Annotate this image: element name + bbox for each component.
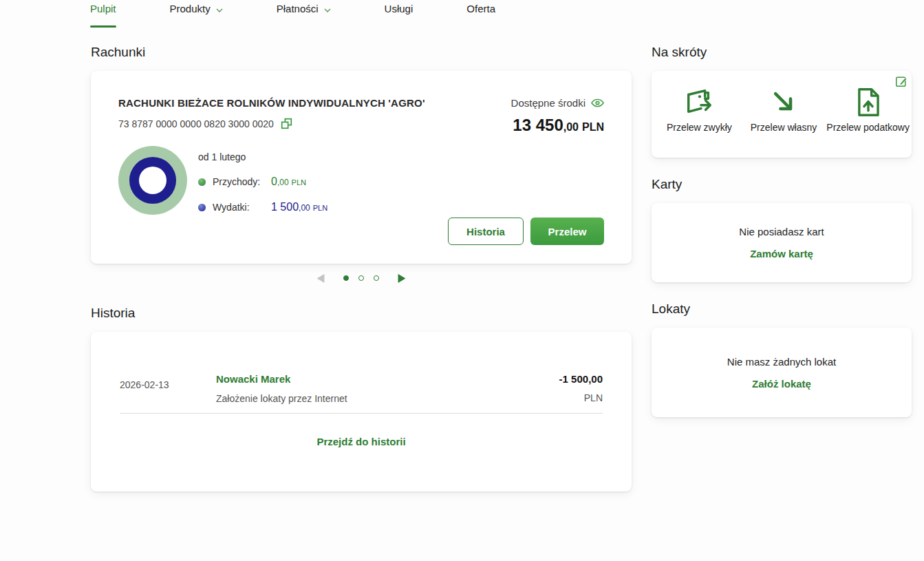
income-value: 0,00PLN [271, 176, 306, 188]
nav-item-uslugi[interactable]: Usługi [385, 3, 413, 28]
available-funds-label: Dostępne środki [511, 97, 585, 109]
nav-label: Pulpit [90, 3, 116, 14]
nav-item-pulpit[interactable]: Pulpit [90, 3, 116, 28]
transaction-title: Założenie lokaty przez Internet [216, 393, 559, 404]
carousel-next-icon[interactable] [398, 274, 406, 283]
transaction-date: 2026-02-13 [120, 373, 216, 404]
nav-item-oferta[interactable]: Oferta [466, 3, 495, 28]
copy-icon[interactable] [281, 118, 292, 129]
expenses-value: 1 500,00PLN [271, 201, 327, 213]
nav-label: Oferta [466, 3, 495, 14]
deposits-card: Nie masz żadnych lokat Załóż lokatę [652, 328, 912, 417]
arrow-down-right-icon [770, 86, 797, 118]
divider [120, 413, 603, 414]
transfer-button[interactable]: Przelew [530, 218, 604, 245]
account-number: 73 8787 0000 0000 0820 3000 0020 [118, 118, 274, 129]
history-card: 2026-02-13 Nowacki Marek Założenie lokat… [91, 332, 632, 491]
account-balance: 13 450,00PLN [511, 116, 604, 135]
eye-icon[interactable] [591, 98, 604, 107]
nav-label: Produkty [170, 3, 211, 14]
nav-item-produkty[interactable]: Produkty [170, 3, 223, 28]
carousel-dot-3[interactable] [374, 275, 379, 281]
nav-label: Płatności [277, 3, 319, 14]
shortcut-label: Przelew zwykły [667, 122, 732, 133]
account-name: RACHUNKI BIEŻACE ROLNIKÓW INDYWIDUALNYCH… [118, 97, 425, 109]
income-bullet [198, 178, 206, 186]
shortcuts-card: Przelew zwykły Przelew własny [652, 71, 912, 158]
chevron-down-icon [216, 3, 223, 14]
edit-shortcuts-icon[interactable] [895, 75, 907, 87]
history-section-title: Historia [91, 306, 632, 321]
cards-empty-text: Nie posiadasz kart [739, 226, 824, 237]
history-button[interactable]: Historia [448, 218, 524, 245]
go-to-history-link[interactable]: Przejdź do historii [120, 436, 603, 447]
accounts-carousel [91, 273, 632, 284]
carousel-dot-2[interactable] [358, 275, 364, 281]
shortcut-przelew-zwykly[interactable]: Przelew zwykły [657, 86, 742, 133]
active-tab-underline [90, 25, 116, 28]
nav-label: Usługi [385, 3, 413, 14]
shortcut-label: Przelew podatkowy [826, 122, 910, 133]
shortcut-przelew-wlasny[interactable]: Przelew własny [742, 86, 826, 133]
shortcut-label: Przelew własny [751, 122, 817, 133]
main-nav: Pulpit Produkty Płatności Usługi Oferta [0, 0, 924, 28]
deposits-section-title: Lokaty [652, 301, 912, 317]
income-expense-donut-chart [118, 146, 187, 215]
carousel-prev-icon[interactable] [316, 274, 325, 283]
accounts-section-title: Rachunki [91, 45, 632, 60]
account-card: RACHUNKI BIEŻACE ROLNIKÓW INDYWIDUALNYCH… [91, 71, 632, 264]
shortcut-przelew-podatkowy[interactable]: Przelew podatkowy [826, 86, 910, 133]
period-label: od 1 lutego [198, 151, 327, 162]
chevron-down-icon [324, 3, 331, 14]
cards-card: Nie posiadasz kart Zamów kartę [652, 203, 912, 282]
expenses-bullet [198, 204, 206, 211]
cards-section-title: Karty [652, 177, 912, 192]
document-upload-icon [855, 86, 881, 118]
order-card-link[interactable]: Zamów kartę [750, 248, 813, 260]
transaction-counterparty-link[interactable]: Nowacki Marek [216, 373, 559, 385]
income-label: Przychody: [213, 176, 271, 187]
expenses-label: Wydatki: [213, 202, 271, 213]
nav-item-platnosci[interactable]: Płatności [277, 3, 331, 28]
wallet-transfer-icon [683, 86, 715, 118]
transaction-amount: -1 500,00 [559, 373, 603, 385]
transaction-row: 2026-02-13 Nowacki Marek Założenie lokat… [120, 373, 603, 404]
deposits-empty-text: Nie masz żadnych lokat [727, 356, 836, 368]
donut-expenses-ring [129, 157, 176, 204]
open-deposit-link[interactable]: Załóż lokatę [752, 378, 811, 390]
carousel-dot-1[interactable] [343, 275, 349, 281]
transaction-currency: PLN [559, 392, 603, 403]
shortcuts-section-title: Na skróty [652, 45, 912, 60]
